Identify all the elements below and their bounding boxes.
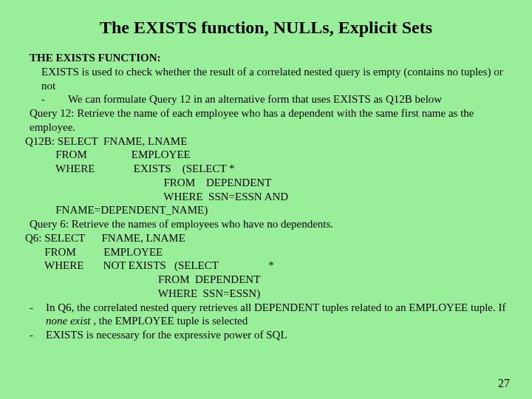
q12b-line2: FROM EMPLOYEE bbox=[25, 148, 507, 162]
q12b-line1: Q12B: SELECT FNAME, LNAME bbox=[25, 134, 507, 149]
note-text: In Q6, the correlated nested query retri… bbox=[46, 301, 507, 329]
q6-line4: FROM DEPENDENT bbox=[25, 273, 507, 287]
slide: The EXISTS function, NULLs, Explicit Set… bbox=[0, 0, 532, 399]
bullet-item: - We can formulate Query 12 in an altern… bbox=[41, 92, 507, 106]
note1-italic: none exist bbox=[46, 315, 90, 327]
note-item-2: - EXISTS is necessary for the expressive… bbox=[30, 328, 507, 342]
query12-description: Query 12: Retrieve the name of each empl… bbox=[30, 106, 507, 134]
section-heading: THE EXISTS FUNCTION: bbox=[30, 51, 507, 65]
q12b-line3: WHERE EXISTS (SELECT * bbox=[25, 162, 507, 176]
q6-line1: Q6: SELECT FNAME, LNAME bbox=[25, 231, 507, 245]
intro-text: EXISTS is used to check whether the resu… bbox=[41, 65, 507, 93]
q12b-line5: WHERE SSN=ESSN AND bbox=[25, 190, 507, 204]
slide-title: The EXISTS function, NULLs, Explicit Set… bbox=[25, 18, 507, 38]
q6-line2: FROM EMPLOYEE bbox=[25, 245, 507, 259]
slide-body: THE EXISTS FUNCTION: EXISTS is used to c… bbox=[25, 51, 507, 342]
note1-part-b: , the EMPLOYEE tuple is selected bbox=[90, 315, 248, 327]
q12b-line4: FROM DEPENDENT bbox=[25, 176, 507, 190]
q6-line3: WHERE NOT EXISTS (SELECT * bbox=[25, 259, 507, 273]
note-item-1: - In Q6, the correlated nested query ret… bbox=[30, 301, 507, 329]
note-text: EXISTS is necessary for the expressive p… bbox=[46, 328, 507, 342]
bullet-dash-icon: - bbox=[41, 92, 68, 106]
q12b-line6: FNAME=DEPENDENT_NAME) bbox=[25, 203, 507, 217]
q6-line5: WHERE SSN=ESSN) bbox=[25, 287, 507, 301]
query6-description: Query 6: Retrieve the names of employees… bbox=[30, 217, 507, 231]
bullet-dash-icon: - bbox=[30, 301, 46, 329]
note1-part-a: In Q6, the correlated nested query retri… bbox=[46, 301, 505, 313]
bullet-text: We can formulate Query 12 in an alternat… bbox=[68, 92, 507, 106]
bullet-dash-icon: - bbox=[30, 328, 46, 342]
page-number: 27 bbox=[498, 377, 510, 390]
